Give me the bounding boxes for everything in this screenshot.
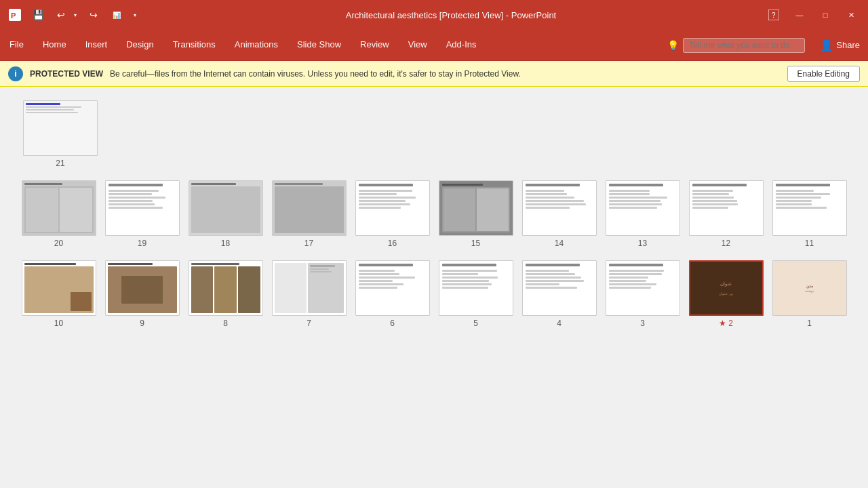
slide-item[interactable]: 18 bbox=[187, 180, 264, 248]
svg-text:P: P bbox=[11, 12, 16, 20]
maximize-button[interactable]: □ bbox=[814, 5, 837, 24]
slide-number: 10 bbox=[54, 319, 63, 328]
slide-item[interactable]: 19 bbox=[104, 180, 180, 248]
slide-item[interactable]: 12 bbox=[688, 180, 764, 248]
person-icon: 👤 bbox=[820, 39, 833, 52]
slide-thumbnail: متن نوشته bbox=[772, 260, 847, 316]
slide-row: 10 9 8 76543 عنوان زیر عنوان bbox=[20, 260, 848, 328]
slide-number: 17 bbox=[304, 239, 313, 248]
tab-insert[interactable]: Insert bbox=[76, 30, 117, 60]
slide-item[interactable]: 13 bbox=[604, 180, 681, 248]
slide-thumbnail bbox=[355, 260, 430, 316]
customize-qat[interactable]: 📊 bbox=[107, 5, 126, 24]
slide-row: 2019 18 1716 1514131211 bbox=[20, 180, 848, 248]
slide-thumbnail bbox=[689, 180, 764, 236]
tab-animations[interactable]: Animations bbox=[225, 30, 288, 60]
share-button[interactable]: 👤 Share bbox=[812, 30, 868, 60]
protected-message: Be careful—files from the Internet can c… bbox=[110, 69, 781, 79]
slide-number: 7 bbox=[307, 319, 311, 328]
slide-number: 5 bbox=[473, 319, 478, 328]
slide-number: 11 bbox=[805, 239, 814, 248]
protected-label: PROTECTED VIEW bbox=[30, 69, 103, 79]
slide-item[interactable]: 21 bbox=[20, 100, 100, 168]
undo-button[interactable]: ↩ bbox=[52, 5, 71, 24]
title-bar: P 💾 ↩ ▾ ↪ 📊 ▾ Architectural aesthetics [… bbox=[0, 0, 868, 30]
slide-number: 21 bbox=[56, 159, 64, 168]
slide-item[interactable]: 3 bbox=[604, 260, 681, 328]
slide-thumbnail bbox=[606, 180, 680, 236]
slide-number: 4 bbox=[557, 319, 561, 328]
slide-number: 6 bbox=[390, 319, 395, 328]
ribbon-search-area: 💡 bbox=[667, 30, 812, 60]
slide-number: 8 bbox=[223, 319, 228, 328]
slide-number: 19 bbox=[138, 239, 146, 248]
slide-thumbnail bbox=[772, 180, 847, 236]
undo-redo-group: ↩ ▾ bbox=[52, 5, 80, 24]
tab-file[interactable]: File bbox=[0, 30, 33, 60]
slide-item[interactable]: 9 bbox=[104, 260, 180, 328]
slide-row: 21 bbox=[20, 100, 848, 168]
enable-editing-button[interactable]: Enable Editing bbox=[787, 66, 860, 82]
slide-thumbnail bbox=[272, 180, 347, 236]
slide-number: 14 bbox=[555, 239, 564, 248]
slide-thumbnail bbox=[522, 180, 597, 236]
qat-dropdown[interactable]: ▾ bbox=[130, 5, 140, 24]
slide-item[interactable]: 4 bbox=[521, 260, 597, 328]
slide-item[interactable]: 11 bbox=[771, 180, 848, 248]
slide-number: 13 bbox=[638, 239, 647, 248]
slide-item[interactable]: 14 bbox=[521, 180, 597, 248]
protected-view-bar: i PROTECTED VIEW Be careful—files from t… bbox=[0, 61, 868, 87]
tab-addins[interactable]: Add-Ins bbox=[437, 30, 486, 60]
slide-item[interactable]: 7 bbox=[271, 260, 347, 328]
main-area: 10 9 8 76543 عنوان زیر عنوان bbox=[0, 87, 868, 488]
slide-item[interactable]: 20 bbox=[20, 180, 97, 248]
close-button[interactable]: ✕ bbox=[840, 5, 863, 24]
ribbon: File Home Insert Design Transitions Anim… bbox=[0, 30, 868, 61]
slide-number: 20 bbox=[54, 239, 63, 248]
slide-item[interactable]: 10 bbox=[20, 260, 97, 328]
slide-item[interactable]: 6 bbox=[354, 260, 431, 328]
slide-thumbnail bbox=[189, 180, 263, 236]
tab-home[interactable]: Home bbox=[33, 30, 76, 60]
slide-thumbnail bbox=[355, 180, 430, 236]
undo-dropdown[interactable]: ▾ bbox=[71, 5, 80, 24]
tab-design[interactable]: Design bbox=[117, 30, 163, 60]
slide-thumbnail: عنوان زیر عنوان bbox=[689, 260, 764, 316]
window-title: Architectural aesthetics [Protected View… bbox=[140, 10, 762, 20]
slide-item[interactable]: 8 bbox=[187, 260, 264, 328]
slide-item[interactable]: عنوان زیر عنوان ★ 2 bbox=[688, 260, 764, 328]
slide-item[interactable]: 5 bbox=[437, 260, 514, 328]
slide-thumbnail bbox=[439, 260, 513, 316]
slide-number: 1 bbox=[807, 319, 812, 328]
slide-number: 16 bbox=[388, 239, 397, 248]
slide-item[interactable]: 15 bbox=[437, 180, 514, 248]
slide-item[interactable]: 17 bbox=[271, 180, 347, 248]
title-bar-right: ? — □ ✕ bbox=[762, 5, 863, 24]
slide-number: 3 bbox=[640, 319, 645, 328]
slide-number: 15 bbox=[471, 239, 480, 248]
title-bar-left: P 💾 ↩ ▾ ↪ 📊 ▾ bbox=[5, 5, 140, 24]
tab-review[interactable]: Review bbox=[351, 30, 399, 60]
slide-number: 9 bbox=[140, 319, 144, 328]
minimize-button[interactable]: — bbox=[788, 5, 811, 24]
slide-thumbnail bbox=[105, 260, 180, 316]
slide-item[interactable]: متن نوشته 1 bbox=[771, 260, 848, 328]
slide-thumbnail bbox=[105, 180, 180, 236]
slide-number: 12 bbox=[722, 239, 730, 248]
help-button[interactable]: ? bbox=[762, 5, 785, 24]
redo-button[interactable]: ↪ bbox=[84, 5, 103, 24]
info-icon: i bbox=[8, 66, 23, 81]
slide-thumbnail bbox=[272, 260, 347, 316]
slide-thumbnail bbox=[22, 180, 96, 236]
tab-view[interactable]: View bbox=[399, 30, 437, 60]
slide-thumbnail bbox=[23, 100, 98, 156]
slide-number: 18 bbox=[221, 239, 230, 248]
lightbulb-icon: 💡 bbox=[667, 40, 679, 51]
save-button[interactable]: 💾 bbox=[28, 5, 47, 24]
slide-grid: 10 9 8 76543 عنوان زیر عنوان bbox=[20, 100, 848, 328]
tab-transitions[interactable]: Transitions bbox=[163, 30, 225, 60]
tab-slideshow[interactable]: Slide Show bbox=[288, 30, 351, 60]
svg-text:?: ? bbox=[772, 12, 776, 19]
slide-item[interactable]: 16 bbox=[354, 180, 431, 248]
search-input[interactable] bbox=[683, 38, 805, 53]
